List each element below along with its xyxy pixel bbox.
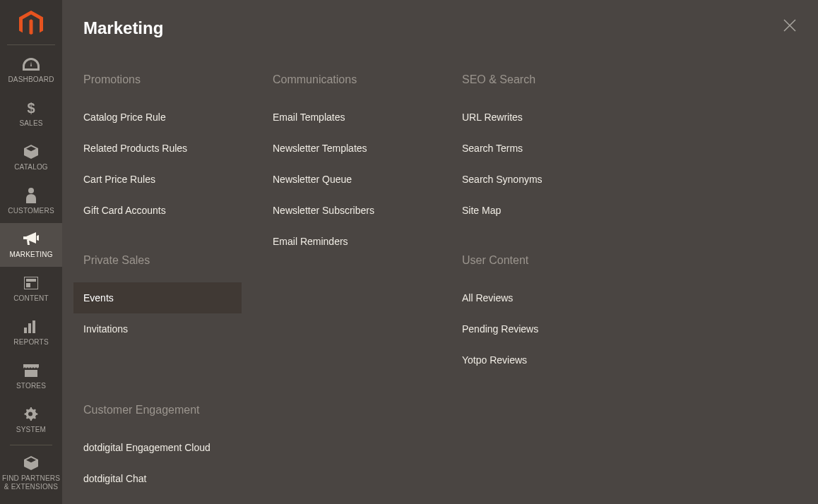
svg-rect-3 (26, 283, 30, 287)
sidebar-item-label: MARKETING (9, 251, 52, 259)
sidebar-item-label: DASHBOARD (8, 76, 54, 84)
menu-item-search-synonyms[interactable]: Search Synonyms (452, 164, 620, 195)
sidebar-item-system[interactable]: SYSTEM (0, 398, 62, 442)
menu-item-email-templates[interactable]: Email Templates (263, 102, 431, 133)
sidebar-item-reports[interactable]: REPORTS (0, 311, 62, 354)
sidebar-item-catalog[interactable]: CATALOG (0, 136, 62, 179)
sidebar-item-label: SALES (19, 119, 42, 128)
sidebar-item-label: REPORTS (13, 338, 49, 347)
sidebar-item-label: SYSTEM (16, 426, 46, 434)
section-user-content: User ContentAll ReviewsPending ReviewsYo… (462, 254, 651, 376)
person-icon (26, 187, 36, 204)
menu-item-newsletter-templates[interactable]: Newsletter Templates (263, 133, 431, 164)
close-icon (783, 19, 796, 32)
sidebar-item-label: CONTENT (13, 294, 49, 303)
panel-column: SEO & SearchURL RewritesSearch TermsSear… (462, 73, 651, 404)
menu-item-related-products-rules[interactable]: Related Products Rules (73, 133, 242, 164)
box-icon (24, 143, 38, 160)
sidebar-item-label: CUSTOMERS (8, 207, 54, 215)
panel-columns: PromotionsCatalog Price RuleRelated Prod… (83, 73, 797, 504)
svg-rect-6 (32, 320, 35, 333)
sidebar-separator (10, 445, 52, 445)
menu-item-newsletter-subscribers[interactable]: Newsletter Subscribers (263, 195, 431, 226)
section-title: Customer Engagement (83, 404, 273, 416)
svg-rect-2 (26, 279, 36, 282)
magento-logo-icon (19, 11, 43, 37)
svg-point-0 (28, 188, 34, 193)
bars-icon (24, 318, 38, 335)
menu-item-gift-card-accounts[interactable]: Gift Card Accounts (73, 195, 242, 226)
flyout-panel-marketing: Marketing PromotionsCatalog Price RuleRe… (62, 0, 818, 504)
menu-item-site-map[interactable]: Site Map (452, 195, 620, 226)
panel-column: Customer Engagementdotdigital Engagement… (83, 404, 273, 504)
svg-point-7 (28, 412, 32, 416)
section-communications: CommunicationsEmail TemplatesNewsletter … (273, 73, 462, 257)
menu-item-cart-price-rules[interactable]: Cart Price Rules (73, 164, 242, 195)
sidebar-item-label: CATALOG (14, 163, 48, 172)
sidebar-item-content[interactable]: CONTENT (0, 267, 62, 311)
sidebar-item-label: STORES (16, 382, 46, 390)
gear-icon (24, 406, 38, 423)
sidebar-item-findpartners[interactable]: FIND PARTNERS & EXTENSIONS (0, 448, 62, 498)
dashboard-icon (23, 56, 40, 73)
megaphone-icon (23, 231, 39, 248)
section-title: Private Sales (83, 254, 273, 267)
section-title: Promotions (83, 73, 273, 86)
dollar-icon: $ (27, 100, 35, 116)
section-title: Communications (273, 73, 462, 86)
sidebar-item-customers[interactable]: CUSTOMERS (0, 179, 62, 223)
section-private-sales: Private SalesEventsInvitations (83, 254, 273, 344)
menu-item-catalog-price-rule[interactable]: Catalog Price Rule (73, 102, 242, 133)
sidebar-item-dashboard[interactable]: DASHBOARD (0, 48, 62, 92)
menu-item-pending-reviews[interactable]: Pending Reviews (452, 313, 620, 344)
menu-item-search-terms[interactable]: Search Terms (452, 133, 620, 164)
menu-item-email-reminders[interactable]: Email Reminders (263, 226, 431, 257)
menu-item-dotdigital-engagement-cloud[interactable]: dotdigital Engagement Cloud (73, 432, 242, 463)
panel-column: PromotionsCatalog Price RuleRelated Prod… (83, 73, 273, 404)
menu-item-invitations[interactable]: Invitations (73, 313, 242, 344)
menu-item-exclusion-rules[interactable]: Exclusion Rules (73, 494, 242, 504)
sidebar: DASHBOARD $ SALES CATALOG CUSTOMERS MARK… (0, 0, 62, 504)
sidebar-item-marketing[interactable]: MARKETING (0, 223, 62, 267)
layout-icon (24, 275, 38, 292)
sidebar-item-stores[interactable]: STORES (0, 354, 62, 398)
panel-title: Marketing (83, 14, 797, 38)
menu-item-yotpo-reviews[interactable]: Yotpo Reviews (452, 344, 620, 376)
extensions-icon (24, 455, 38, 472)
section-customer-engagement: Customer Engagementdotdigital Engagement… (83, 404, 273, 504)
logo[interactable] (7, 7, 55, 45)
section-title: User Content (462, 254, 651, 267)
menu-item-dotdigital-chat[interactable]: dotdigital Chat (73, 463, 242, 494)
section-promotions: PromotionsCatalog Price RuleRelated Prod… (83, 73, 273, 226)
svg-rect-5 (28, 323, 31, 333)
sidebar-item-label: FIND PARTNERS & EXTENSIONS (2, 474, 60, 491)
section-seo-search: SEO & SearchURL RewritesSearch TermsSear… (462, 73, 651, 226)
menu-item-url-rewrites[interactable]: URL Rewrites (452, 102, 620, 133)
menu-item-events[interactable]: Events (73, 282, 242, 313)
panel-column: CommunicationsEmail TemplatesNewsletter … (273, 73, 462, 404)
sidebar-item-sales[interactable]: $ SALES (0, 92, 62, 136)
menu-item-newsletter-queue[interactable]: Newsletter Queue (263, 164, 431, 195)
storefront-icon (23, 362, 39, 379)
close-button[interactable] (781, 17, 798, 34)
menu-item-all-reviews[interactable]: All Reviews (452, 282, 620, 313)
svg-rect-4 (24, 328, 27, 333)
section-title: SEO & Search (462, 73, 651, 86)
